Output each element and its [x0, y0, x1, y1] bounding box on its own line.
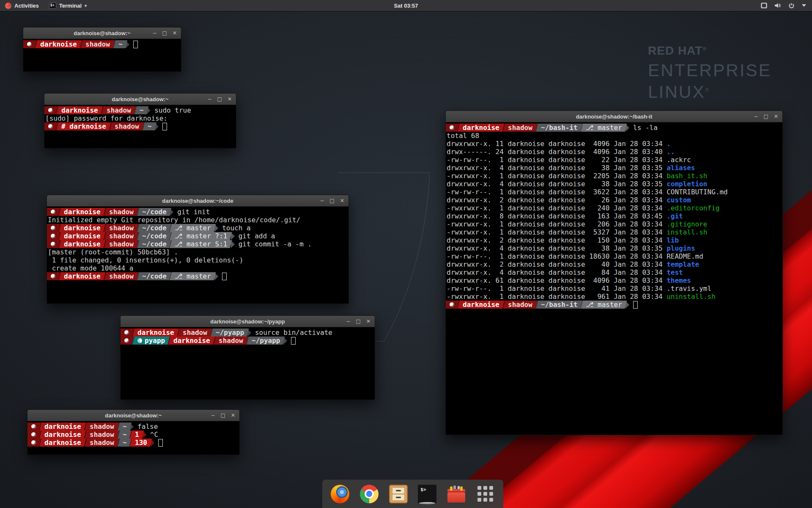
fedora-icon	[51, 274, 55, 279]
terminal-content[interactable]: darknoiseshadow~falsedarknoiseshadow~1^C…	[27, 421, 239, 455]
prompt-segment-path: ~	[117, 422, 131, 431]
terminal-cursor	[162, 123, 167, 130]
fedora-icon	[31, 432, 36, 437]
prompt-segment-branch: ⎇ master	[580, 124, 627, 132]
window-titlebar[interactable]: darknoise@shadow:~/code−□✕	[47, 195, 348, 207]
terminal-window-pyapp[interactable]: darknoise@shadow:~/pyapp−□✕darknoiseshad…	[120, 315, 375, 400]
menu-chevron-icon[interactable]	[802, 4, 806, 7]
close-button[interactable]: ✕	[340, 195, 344, 206]
terminal-window-sudo[interactable]: darknoise@shadow:~−□✕darknoiseshadow~sud…	[44, 93, 236, 149]
file-name: ..	[667, 148, 675, 156]
terminal-output-line: [sudo] password for darknoise:	[45, 114, 236, 122]
dock-firefox[interactable]	[330, 484, 350, 504]
desktop: RED HAT® ENTERPRISE LINUX® darknoise@sha…	[0, 0, 812, 508]
window-titlebar[interactable]: darknoise@shadow:~−□✕	[44, 94, 236, 105]
minimize-button[interactable]: −	[754, 111, 758, 122]
prompt-segment-exit: 1	[129, 431, 144, 439]
prompt-segment-path: ~/bash-it	[535, 124, 582, 132]
fedora-icon	[31, 424, 36, 429]
terminal-prompt-line: darknoiseshadow~/bash-it⎇ masterls -la	[447, 124, 782, 132]
dock-toolbox[interactable]	[447, 484, 466, 504]
close-button[interactable]: ✕	[228, 94, 232, 105]
maximize-button[interactable]: □	[764, 111, 768, 122]
window-titlebar[interactable]: darknoise@shadow:~/pyapp−□✕	[121, 316, 375, 327]
terminal-cursor	[291, 337, 296, 345]
ls-row: -rw-rw-r--. 1 darknoise darknoise 22 Jan…	[447, 156, 782, 164]
prompt-segment-branch: ⎇ master	[580, 301, 627, 309]
terminal-content[interactable]: darknoiseshadow~/codegit initInitialized…	[47, 207, 348, 304]
close-button[interactable]: ✕	[173, 28, 177, 39]
command-text: touch a	[218, 224, 250, 232]
dock-app-grid[interactable]	[476, 484, 495, 504]
file-name: uninstall.sh	[667, 293, 716, 301]
terminal-window-exitcodes[interactable]: darknoise@shadow:~−□✕darknoiseshadow~fal…	[27, 409, 240, 455]
file-name: .gitignore	[667, 220, 707, 228]
maximize-button[interactable]: □	[162, 28, 167, 39]
prompt-segment-user: darknoise	[39, 422, 86, 431]
power-icon[interactable]	[788, 3, 795, 9]
ls-row: drwxrwxr-x. 2 darknoise darknoise 150 Ja…	[447, 236, 782, 244]
terminal-prompt-glyph: $>	[420, 487, 426, 492]
maximize-button[interactable]: □	[221, 410, 225, 421]
prompt-segment-user: darknoise	[39, 439, 86, 447]
prompt-segment-path: ~	[112, 40, 127, 48]
window-titlebar[interactable]: darknoise@shadow:~/bash-it−□✕	[446, 111, 782, 122]
dock-chrome[interactable]	[359, 484, 379, 504]
file-name: themes	[667, 276, 691, 284]
minimize-button[interactable]: −	[208, 94, 212, 105]
terminal-content[interactable]: darknoiseshadow~	[23, 39, 181, 72]
file-name: lib	[667, 236, 679, 244]
close-button[interactable]: ✕	[774, 111, 778, 122]
dock-terminal[interactable]: $>	[417, 484, 437, 504]
screen-icon[interactable]	[761, 3, 767, 8]
minimize-button[interactable]: −	[211, 410, 215, 421]
terminal-output-line: total 68	[447, 132, 782, 140]
close-button[interactable]: ✕	[366, 316, 370, 327]
minimize-button[interactable]: −	[153, 28, 157, 39]
terminal-output-line: [master (root-commit) 50bcb63] .	[48, 248, 348, 256]
logo-line-enterprise: ENTERPRISE	[648, 61, 771, 80]
terminal-prompt-line: darknoiseshadow~/pyappsource bin/activat…	[121, 329, 375, 337]
fedora-icon	[51, 242, 55, 246]
top-bar: Activities $> Terminal ▾ Sat 03:57	[0, 0, 812, 11]
terminal-window-code[interactable]: darknoise@shadow:~/code−□✕darknoiseshado…	[47, 195, 349, 304]
command-text: git commit -a -m .	[235, 240, 312, 248]
minimize-button[interactable]: −	[320, 195, 324, 206]
maximize-button[interactable]: □	[356, 316, 361, 327]
minimize-button[interactable]: −	[346, 316, 351, 327]
volume-icon[interactable]	[774, 3, 781, 8]
terminal-content[interactable]: darknoiseshadow~/bash-it⎇ masterls -lato…	[446, 122, 782, 435]
file-name: .git	[667, 212, 683, 220]
fedora-icon	[51, 226, 55, 230]
prompt-segment-host: shadow	[213, 337, 248, 345]
prompt-segment-branch: ⎇ master S:1	[169, 240, 232, 248]
window-title: darknoise@shadow:~	[27, 412, 239, 419]
maximize-button[interactable]: □	[330, 195, 335, 206]
prompt-segment-user: darknoise	[35, 40, 82, 48]
file-name: aliases	[667, 164, 695, 172]
terminal-prompt-line: darknoiseshadow~/code⎇ master S:1git com…	[48, 240, 348, 248]
terminal-content[interactable]: darknoiseshadow~sudo true[sudo] password…	[44, 105, 236, 149]
rhel-wallpaper-logo: RED HAT® ENTERPRISE LINUX®	[648, 44, 771, 102]
file-cabinet-icon	[389, 485, 408, 503]
close-button[interactable]: ✕	[231, 410, 235, 421]
terminal-window-home-top[interactable]: darknoise@shadow:~−□✕darknoiseshadow~	[23, 27, 181, 72]
drawer-bottom	[392, 494, 405, 501]
ls-row: drwxrwxr-x. 4 darknoise darknoise 38 Jan…	[447, 180, 782, 188]
python-icon	[137, 338, 142, 343]
ls-row: drwxrwxr-x. 8 darknoise darknoise 163 Ja…	[447, 212, 782, 220]
window-titlebar[interactable]: darknoise@shadow:~−□✕	[23, 28, 181, 39]
terminal-prompt-line: darknoiseshadow~/code⎇ master	[48, 272, 348, 280]
prompt-segment-user: darknoise	[39, 431, 86, 439]
logo-line-redhat: RED HAT®	[648, 44, 771, 58]
terminal-content[interactable]: darknoiseshadow~/pyappsource bin/activat…	[121, 327, 375, 400]
dock-files[interactable]	[389, 484, 408, 504]
file-name: bash_it.sh	[667, 172, 707, 180]
maximize-button[interactable]: □	[217, 94, 222, 105]
window-titlebar[interactable]: darknoise@shadow:~−□✕	[27, 410, 239, 421]
terminal-app-icon: $>	[418, 485, 436, 503]
file-name: install.sh	[667, 228, 707, 236]
fedora-icon	[48, 124, 53, 129]
clock[interactable]: Sat 03:57	[0, 3, 812, 9]
terminal-window-bash-it[interactable]: darknoise@shadow:~/bash-it−□✕darknoisesh…	[445, 110, 783, 435]
